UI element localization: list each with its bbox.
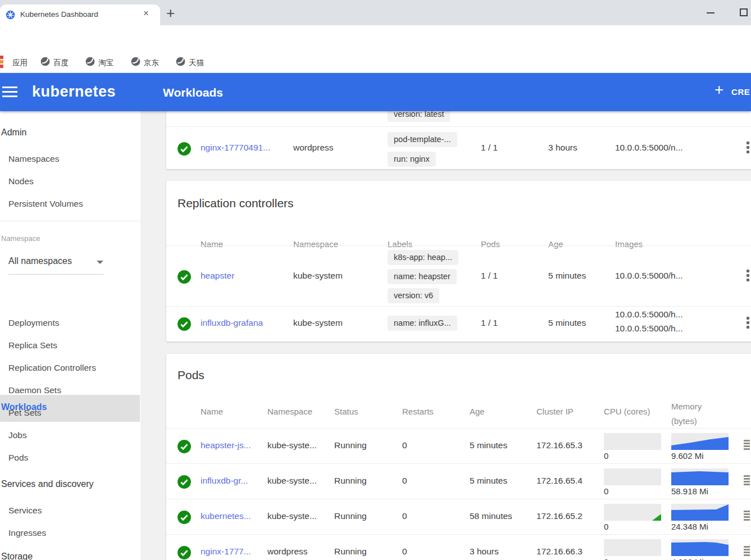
sidebar-item-replica-sets[interactable]: Replica Sets <box>8 340 57 350</box>
sidebar-section-admin: Admin <box>1 128 26 138</box>
label-chip: version: v6 <box>388 288 439 303</box>
age-cell: 3 hours <box>548 143 577 153</box>
sidebar-item-services[interactable]: Services <box>8 506 42 516</box>
memory-value: 9.602 Mi <box>671 451 704 461</box>
memory-sparkline <box>671 539 729 556</box>
globe-favicon-icon <box>40 57 50 66</box>
row-menu-icon[interactable] <box>744 440 750 451</box>
status-ok-icon <box>177 142 192 156</box>
bookmark-item[interactable]: 天猫 <box>189 58 204 68</box>
row-menu-icon[interactable] <box>745 270 750 283</box>
create-button[interactable]: + CRE <box>714 81 751 103</box>
card-title: Replication controllers <box>177 197 294 210</box>
globe-favicon-icon <box>131 57 140 66</box>
age-cell: 5 minutes <box>548 318 586 328</box>
bookmarks-bar: 应用 百度 淘宝 京东 天猫 <box>0 51 751 73</box>
sidebar-item-nodes[interactable]: Nodes <box>8 176 34 186</box>
cpu-value: 0 <box>604 486 608 496</box>
sidebar-section-services-discovery: Services and discovery <box>1 479 94 489</box>
workload-name-link[interactable]: nginx-17770491... <box>201 143 270 153</box>
namespace-cell: kube-system <box>293 318 343 328</box>
pod-name-link[interactable]: kubernetes... <box>201 511 251 521</box>
app-header: kubernetes Workloads + CRE <box>0 73 751 111</box>
row-menu-icon[interactable] <box>744 511 750 522</box>
label-chip: k8s-app: heap... <box>388 250 458 265</box>
table-row[interactable]: heapster kube-system k8s-app: heap... na… <box>166 245 751 306</box>
sidebar-item-deployments[interactable]: Deployments <box>8 318 59 328</box>
card-title: Pods <box>177 368 204 382</box>
table-row[interactable]: influxdb-gr... kube-syste... Running 0 5… <box>166 463 751 499</box>
sidebar-item-namespaces[interactable]: Namespaces <box>8 154 59 164</box>
cpu-value: 0 <box>604 451 608 461</box>
bookmark-item[interactable]: 百度 <box>53 58 69 68</box>
status-ok-icon <box>177 545 192 560</box>
bookmark-item[interactable]: 淘宝 <box>98 58 113 68</box>
cluster-ip-cell: 172.16.66.3 <box>536 547 582 557</box>
cpu-value: 0 <box>604 522 608 531</box>
memory-value: 24.348 Mi <box>671 522 708 531</box>
pods-count-cell: 1 / 1 <box>481 318 498 328</box>
hamburger-menu-icon[interactable] <box>2 86 17 100</box>
column-header: Name <box>201 407 223 416</box>
row-menu-icon[interactable] <box>744 546 750 557</box>
rc-name-link[interactable]: influxdb-grafana <box>201 318 263 328</box>
table-row[interactable]: influxdb-grafana kube-system name: influ… <box>166 306 751 340</box>
namespace-cell: kube-syste... <box>267 476 317 486</box>
row-menu-icon[interactable] <box>745 142 750 155</box>
status-ok-icon <box>177 317 192 331</box>
sidebar-item-persistent-volumes[interactable]: Persistent Volumes <box>8 199 83 209</box>
restarts-cell: 0 <box>402 547 407 557</box>
row-menu-icon[interactable] <box>744 475 750 486</box>
pods-card: Pods Name Namespace Status Restarts Age … <box>166 354 751 560</box>
memory-sparkline <box>671 468 729 485</box>
sidebar-item-pods[interactable]: Pods <box>8 453 28 463</box>
sidebar-item-daemon-sets[interactable]: Daemon Sets <box>8 385 61 395</box>
cpu-sparkline <box>604 539 661 556</box>
image-cell: 10.0.0.5:5000/h... <box>615 324 683 334</box>
new-tab-button[interactable]: + <box>166 4 175 22</box>
sidebar-item-pet-sets[interactable]: Pet Sets <box>8 408 42 418</box>
page-title: Workloads <box>163 86 223 99</box>
restarts-cell: 0 <box>402 440 407 450</box>
namespace-select-underline <box>8 274 104 275</box>
pod-name-link[interactable]: influxdb-gr... <box>201 476 248 486</box>
table-row[interactable]: kubernetes... kube-syste... Running 0 58… <box>166 499 751 534</box>
table-row[interactable]: heapster-js... kube-syste... Running 0 5… <box>166 428 751 463</box>
rc-name-link[interactable]: heapster <box>201 271 234 281</box>
pods-count-cell: 1 / 1 <box>481 143 498 153</box>
sidebar-item-replication-controllers[interactable]: Replication Controllers <box>8 363 96 373</box>
browser-window: Kubernetes Dashboard × + 不安全 10 <box>0 0 751 560</box>
sidebar-item-ingresses[interactable]: Ingresses <box>8 528 46 538</box>
browser-toolbar: 不安全 10.0.0.5:8080/api/v1/proxy/namespace… <box>0 25 751 51</box>
cluster-ip-cell: 172.16.65.3 <box>536 440 582 450</box>
cluster-ip-cell: 172.16.65.4 <box>536 476 582 486</box>
pod-name-link[interactable]: heapster-js... <box>201 440 251 450</box>
tab-close-icon[interactable]: × <box>140 8 152 19</box>
image-cell: 10.0.0.5:5000/h... <box>615 309 683 320</box>
row-menu-icon[interactable] <box>745 317 750 330</box>
bookmark-apps-label[interactable]: 应用 <box>12 58 28 68</box>
column-header: CPU (cores) <box>604 407 650 416</box>
browser-tab[interactable]: Kubernetes Dashboard × <box>0 4 160 25</box>
window-maximize-icon[interactable] <box>740 8 748 16</box>
tab-title: Kubernetes Dashboard <box>20 10 98 19</box>
bookmark-item[interactable]: 京东 <box>144 58 159 68</box>
window-minimize-icon[interactable] <box>707 12 714 13</box>
namespace-select[interactable]: All namespaces <box>8 256 72 266</box>
plus-icon: + <box>714 81 723 99</box>
status-ok-icon <box>177 270 192 284</box>
pod-name-link[interactable]: nginx-1777... <box>201 547 251 557</box>
label-chip: pod-template-... <box>388 132 457 147</box>
status-cell: Running <box>334 476 367 486</box>
status-cell: Running <box>334 440 367 450</box>
pods-count-cell: 1 / 1 <box>481 271 498 281</box>
column-header: Cluster IP <box>536 407 574 416</box>
age-cell: 58 minutes <box>470 511 512 521</box>
chevron-down-icon[interactable] <box>97 261 103 264</box>
sidebar-item-jobs[interactable]: Jobs <box>8 430 27 440</box>
status-ok-icon <box>177 510 192 525</box>
table-row[interactable]: nginx-1777... wordpress Running 0 3 hour… <box>166 534 751 560</box>
browser-tab-bar: Kubernetes Dashboard × + <box>0 0 751 25</box>
table-row[interactable]: nginx-17770491... wordpress pod-template… <box>166 126 751 169</box>
globe-favicon-icon <box>176 57 185 66</box>
